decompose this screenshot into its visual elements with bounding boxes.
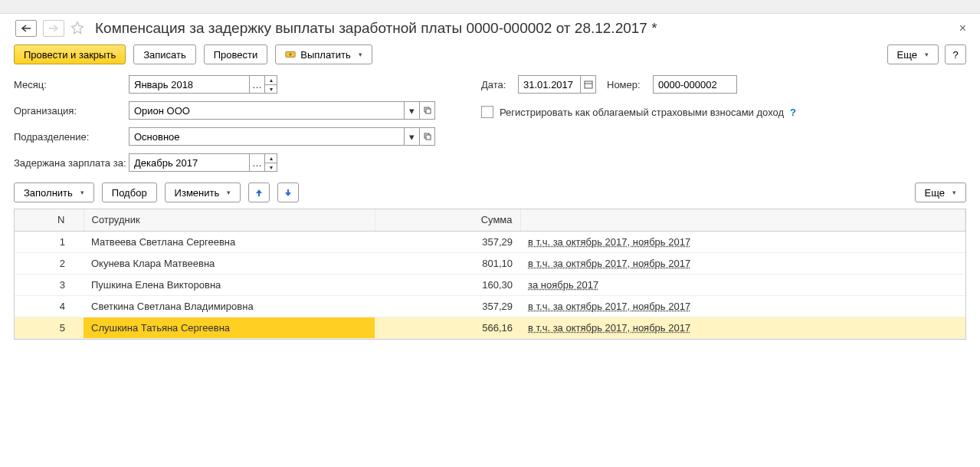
month-label: Месяц: <box>14 79 129 90</box>
cell-sum: 566,16 <box>375 317 520 338</box>
date-label: Дата: <box>481 79 518 90</box>
money-icon <box>285 49 296 60</box>
svg-rect-5 <box>426 135 431 140</box>
chevron-down-icon: ▾ <box>359 51 362 58</box>
detail-link[interactable]: в т.ч. за октябрь 2017, ноябрь 2017 <box>528 322 690 334</box>
fill-button[interactable]: Заполнить▾ <box>14 183 94 202</box>
pick-button[interactable]: Подбор <box>102 183 157 202</box>
svg-rect-6 <box>585 81 592 88</box>
chevron-down-icon: ▾ <box>952 189 956 196</box>
nav-back-button[interactable] <box>15 20 37 37</box>
dept-label: Подразделение: <box>14 131 129 143</box>
detail-link[interactable]: в т.ч. за октябрь 2017, ноябрь 2017 <box>528 258 690 269</box>
chevron-down-icon: ▾ <box>925 51 929 58</box>
main-toolbar: Провести и закрыть Записать Провести Вып… <box>0 44 980 75</box>
cell-employee: Пушкина Елена Викторовна <box>84 274 375 295</box>
table-toolbar: Заполнить▾ Подбор Изменить▾ Еще▾ <box>0 172 980 209</box>
col-header-sum[interactable]: Сумма <box>375 209 520 231</box>
delayed-spin-down-button[interactable]: ▾ <box>265 163 277 172</box>
col-header-employee[interactable]: Сотрудник <box>84 209 375 231</box>
cell-n: 5 <box>15 317 84 338</box>
dept-open-button[interactable] <box>420 127 435 146</box>
chevron-down-icon: ▾ <box>80 189 84 196</box>
more-button[interactable]: Еще▾ <box>887 44 939 64</box>
svg-point-1 <box>290 53 293 56</box>
cell-sum: 357,29 <box>375 295 520 317</box>
org-label: Организация: <box>14 105 129 117</box>
org-open-button[interactable] <box>420 101 435 120</box>
move-down-button[interactable] <box>277 183 299 202</box>
delayed-select-button[interactable]: … <box>250 153 265 172</box>
cell-employee: Матвеева Светлана Сергеевна <box>84 231 375 252</box>
nav-forward-button[interactable] <box>43 20 64 37</box>
month-input[interactable] <box>129 75 250 94</box>
detail-link[interactable]: в т.ч. за октябрь 2017, ноябрь 2017 <box>528 236 690 248</box>
form-area: Месяц: … ▴ ▾ Организация: ▾ Подразделени… <box>0 75 980 172</box>
cell-sum: 357,29 <box>375 231 520 252</box>
detail-link[interactable]: за ноябрь 2017 <box>528 279 598 291</box>
org-dropdown-button[interactable]: ▾ <box>405 101 420 120</box>
cell-employee: Светкина Светлана Владимировна <box>84 295 375 317</box>
help-button[interactable]: ? <box>945 44 966 64</box>
edit-button[interactable]: Изменить▾ <box>165 183 241 202</box>
dept-dropdown-button[interactable]: ▾ <box>405 127 420 146</box>
month-spin-down-button[interactable]: ▾ <box>265 84 277 94</box>
month-select-button[interactable]: … <box>250 75 265 94</box>
detail-link[interactable]: в т.ч. за октябрь 2017, ноябрь 2017 <box>528 301 690 312</box>
register-tax-checkbox[interactable] <box>481 106 493 118</box>
cell-n: 1 <box>15 231 84 252</box>
org-input[interactable] <box>129 101 405 120</box>
cell-sum: 160,30 <box>375 274 520 295</box>
write-button[interactable]: Записать <box>133 44 196 64</box>
post-button[interactable]: Провести <box>204 44 268 64</box>
table-row[interactable]: 4Светкина Светлана Владимировна357,29в т… <box>15 295 965 317</box>
number-input[interactable] <box>653 75 737 94</box>
number-label: Номер: <box>607 79 653 90</box>
date-input[interactable] <box>518 75 581 94</box>
cell-n: 2 <box>15 252 84 274</box>
table-row[interactable]: 3Пушкина Елена Викторовна160,30за ноябрь… <box>15 274 965 295</box>
table-row[interactable]: 1Матвеева Светлана Сергеевна357,29в т.ч.… <box>15 231 965 252</box>
cell-employee: Слушкина Татьяна Сергеевна <box>84 317 375 338</box>
col-header-link <box>520 209 965 231</box>
favorite-star-icon[interactable] <box>70 21 84 37</box>
table-row[interactable]: 2Окунева Клара Матвеевна801,10в т.ч. за … <box>15 252 965 274</box>
col-header-n[interactable]: N <box>15 209 84 231</box>
month-spin-up-button[interactable]: ▴ <box>265 75 277 84</box>
dept-input[interactable] <box>129 127 405 146</box>
page-title: Компенсация за задержку выплаты заработн… <box>95 20 657 37</box>
header: Компенсация за задержку выплаты заработн… <box>0 14 980 44</box>
chevron-down-icon: ▾ <box>227 189 231 196</box>
calendar-icon[interactable] <box>581 75 596 94</box>
delayed-input[interactable] <box>129 153 250 172</box>
cell-n: 3 <box>15 274 84 295</box>
employees-table: N Сотрудник Сумма 1Матвеева Светлана Сер… <box>15 209 965 339</box>
move-up-button[interactable] <box>248 183 270 202</box>
post-and-close-button[interactable]: Провести и закрыть <box>14 44 126 64</box>
register-tax-label: Регистрировать как облагаемый страховыми… <box>500 107 784 118</box>
table-more-button[interactable]: Еще▾ <box>915 183 966 202</box>
pay-button-label: Выплатить <box>300 49 351 61</box>
delayed-label: Задержана зарплата за: <box>14 157 129 169</box>
svg-rect-3 <box>426 109 431 113</box>
table-row[interactable]: 5Слушкина Татьяна Сергеевна566,16в т.ч. … <box>15 317 965 338</box>
delayed-spin-up-button[interactable]: ▴ <box>265 153 277 163</box>
pay-button[interactable]: Выплатить ▾ <box>275 44 372 64</box>
cell-n: 4 <box>15 295 84 317</box>
close-icon[interactable]: × <box>959 21 966 35</box>
cell-sum: 801,10 <box>375 252 520 274</box>
cell-employee: Окунева Клара Матвеевна <box>84 252 375 274</box>
help-icon[interactable]: ? <box>790 107 796 118</box>
